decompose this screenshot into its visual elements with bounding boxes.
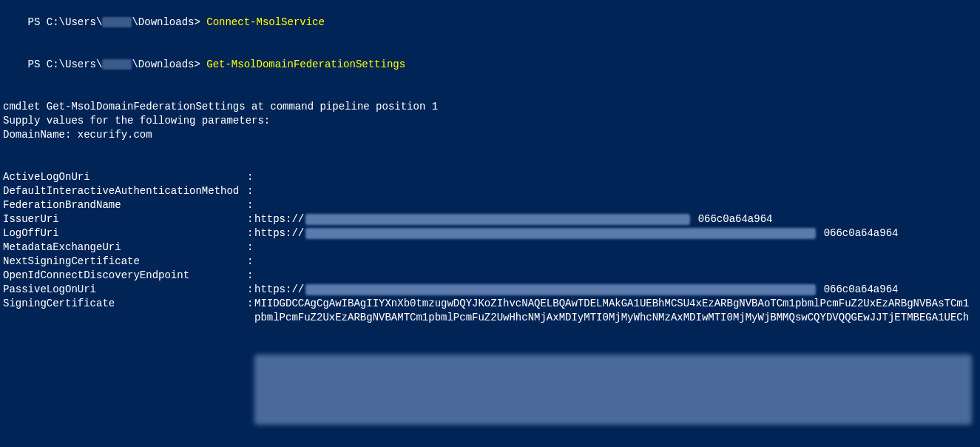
redacted-url-segment: [305, 284, 816, 295]
redacted-username: [102, 17, 132, 27]
kv-next-signing-cert: NextSigningCertificate:: [3, 255, 977, 269]
redacted-url-segment: [305, 214, 690, 225]
powershell-terminal[interactable]: PS C:\Users\\Downloads> Connect-MsolServ…: [0, 0, 980, 447]
kv-passive-logon-uri: PassiveLogOnUri:https:// 066c0a64a964: [3, 283, 977, 297]
kv-metadata-exchange-uri: MetadataExchangeUri:: [3, 241, 977, 255]
prompt-line-2: PS C:\Users\\Downloads> Get-MsolDomainFe…: [3, 44, 977, 86]
blank-line: [3, 156, 977, 170]
prompt-prefix: PS C:\Users\: [28, 58, 103, 70]
kv-oidc-discovery: OpenIdConnectDiscoveryEndpoint:: [3, 269, 977, 283]
kv-logoff-uri: LogOffUri:https:// 066c0a64a964: [3, 226, 977, 241]
prompt-prefix: PS C:\Users\: [28, 16, 103, 28]
prompt-line-1: PS C:\Users\\Downloads> Connect-MsolServ…: [3, 1, 977, 44]
kv-active-logon-uri: ActiveLogOnUri:: [3, 170, 977, 184]
blank-line: [3, 86, 977, 100]
cmdlet-position-line: cmdlet Get-MsolDomainFederationSettings …: [3, 100, 977, 114]
command-2: Get-MsolDomainFederationSettings: [206, 58, 405, 70]
prompt-suffix: \Downloads>: [132, 16, 200, 28]
command-1: Connect-MsolService: [206, 16, 325, 28]
signing-cert-redacted-block: [3, 325, 977, 447]
kv-issuer-uri: IssuerUri:https:// 066c0a64a964: [3, 212, 977, 226]
prompt-suffix: \Downloads>: [132, 58, 200, 70]
kv-federation-brand-name: FederationBrandName:: [3, 198, 977, 212]
supply-values-line: Supply values for the following paramete…: [3, 114, 977, 128]
kv-default-auth-method: DefaultInteractiveAuthenticationMethod:: [3, 184, 977, 198]
redacted-username: [102, 59, 132, 70]
domain-name-line: DomainName: xecurify.com: [3, 128, 977, 142]
signing-cert-line2: pbmlPcmFuZ2UxEzARBgNVBAMTCm1pbmlPcmFuZ2U…: [3, 311, 977, 325]
kv-signing-cert: SigningCertificate:MIIDGDCCAgCgAwIBAgIIY…: [3, 297, 977, 311]
redacted-url-segment: [305, 228, 816, 239]
blank-line: [3, 142, 977, 156]
redacted-cert-body: [254, 354, 972, 425]
